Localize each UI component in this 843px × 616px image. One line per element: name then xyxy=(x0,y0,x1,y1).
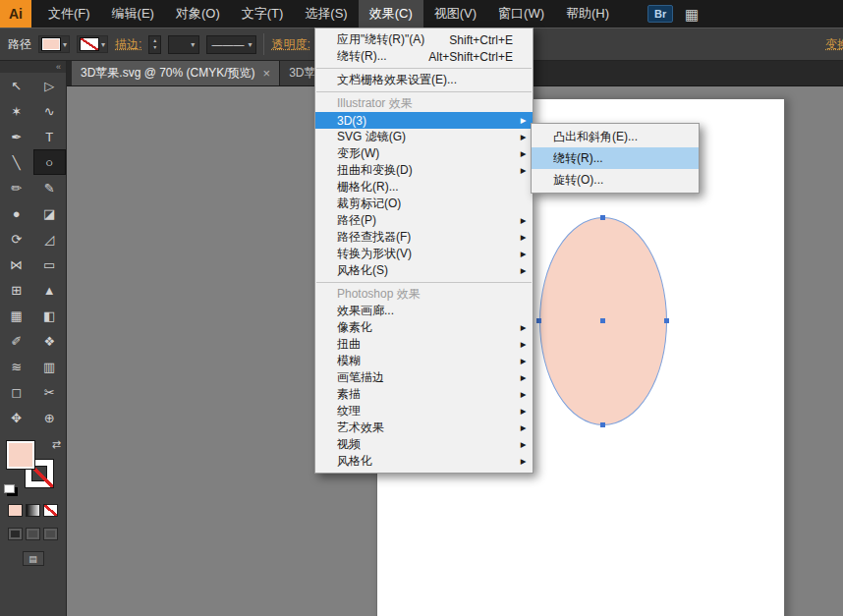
menubar-item[interactable]: 帮助(H) xyxy=(555,0,620,28)
draw-behind-button[interactable] xyxy=(26,528,40,540)
menu-item[interactable]: 纹理 ▶ xyxy=(315,403,533,420)
zoom-tool[interactable]: ⊕ xyxy=(33,405,67,430)
menubar-item[interactable]: 文字(T) xyxy=(231,0,295,28)
paint-style-buttons xyxy=(0,504,66,517)
lasso-tool[interactable]: ∿ xyxy=(33,98,67,124)
menu-item[interactable]: 素描 ▶ xyxy=(315,386,533,403)
column-graph-tool[interactable]: ▥ xyxy=(33,354,67,379)
artboard-tool[interactable]: ◻ xyxy=(0,379,33,405)
menu-item[interactable]: 凸出和斜角(E)... ▶ xyxy=(532,126,699,147)
anchor-point-left[interactable] xyxy=(536,318,541,323)
anchor-point-top[interactable] xyxy=(600,215,605,220)
draw-normal-button[interactable] xyxy=(8,528,23,540)
center-point[interactable] xyxy=(600,318,605,323)
gradient-tool[interactable]: ◧ xyxy=(33,303,67,328)
menubar-item[interactable]: 效果(C) xyxy=(359,0,423,28)
symbol-sprayer-tool[interactable]: ≋ xyxy=(0,354,33,379)
menubar-item[interactable]: 视图(V) xyxy=(423,0,487,28)
menu-section-header: Photoshop 效果 ▶ xyxy=(315,286,533,303)
menu-item[interactable]: 转换为形状(V) ▶ xyxy=(315,246,533,262)
rotate-tool[interactable]: ⟳ xyxy=(0,226,33,252)
slice-tool[interactable]: ✂ xyxy=(33,379,67,405)
menu-item[interactable]: 3D(3) ▶ xyxy=(315,112,533,129)
scale-tool[interactable]: ◿ xyxy=(33,226,67,252)
menu-item[interactable]: 风格化(S) ▶ xyxy=(315,262,533,279)
panel-collapse-icon[interactable]: « xyxy=(0,61,66,73)
line-segment-tool[interactable]: ╲ xyxy=(0,149,33,175)
transform-link[interactable]: 变换 xyxy=(825,36,843,53)
menu-item[interactable]: 文档栅格效果设置(E)... ▶ xyxy=(315,72,533,88)
magic-wand-tool[interactable]: ✶ xyxy=(0,98,33,124)
draw-inside-button[interactable] xyxy=(43,528,58,540)
tool-icon: ▦ xyxy=(11,308,23,323)
width-tool[interactable]: ⋈ xyxy=(0,252,33,277)
anchor-point-bottom[interactable] xyxy=(600,422,605,427)
menu-item[interactable]: 绕转(R)... ▶ xyxy=(532,147,699,169)
menu-item[interactable]: 旋转(O)... ▶ xyxy=(532,169,699,191)
tool-icon: ✶ xyxy=(11,104,22,119)
width-profile-select[interactable]: ——— ▾ xyxy=(206,35,256,54)
swap-fill-stroke-icon[interactable]: ⇄ xyxy=(52,438,61,451)
menubar-item[interactable]: 选择(S) xyxy=(294,0,358,28)
pencil-tool[interactable]: ✎ xyxy=(33,175,67,200)
fill-color-swatch[interactable]: ▾ xyxy=(38,35,70,53)
ellipse-tool[interactable]: ○ xyxy=(33,149,67,175)
menubar-item[interactable]: 对象(O) xyxy=(165,0,231,28)
selection-tool[interactable]: ↖ xyxy=(0,73,33,98)
bridge-button[interactable]: Br xyxy=(647,5,673,23)
menu-item[interactable]: 路径查找器(F) ▶ xyxy=(315,229,533,246)
menu-item[interactable]: 模糊 ▶ xyxy=(315,353,533,369)
stroke-width-stepper[interactable]: ▴ ▾ xyxy=(148,35,161,54)
opacity-link[interactable]: 透明度: xyxy=(271,36,309,53)
none-button[interactable] xyxy=(43,504,58,517)
stroke-width-select[interactable]: ▾ xyxy=(168,35,199,54)
menu-item[interactable]: 风格化 ▶ xyxy=(315,453,533,470)
menu-item[interactable]: 栅格化(R)... ▶ xyxy=(315,179,533,196)
eyedropper-tool[interactable]: ✐ xyxy=(0,328,33,354)
eraser-tool[interactable]: ◪ xyxy=(33,200,67,226)
document-tab[interactable]: 3D苹果.svg @ 70% (CMYK/预览) × xyxy=(72,61,280,85)
menu-item[interactable]: 效果画廊... ▶ xyxy=(315,303,533,319)
menu-item[interactable]: 视频 ▶ xyxy=(315,436,533,453)
menu-item[interactable]: 扭曲 ▶ xyxy=(315,336,533,353)
direct-selection-tool[interactable]: ▷ xyxy=(33,73,67,98)
tab-close-icon[interactable]: × xyxy=(263,67,271,80)
stroke-color-swatch[interactable]: ▾ xyxy=(77,35,108,53)
menu-item[interactable]: 裁剪标记(O) ▶ xyxy=(315,196,533,212)
shape-builder-tool[interactable]: ⊞ xyxy=(0,277,33,303)
menu-item[interactable]: 扭曲和变换(D) ▶ xyxy=(315,162,533,179)
anchor-point-right[interactable] xyxy=(664,318,669,323)
mesh-tool[interactable]: ▦ xyxy=(0,303,33,328)
blob-brush-tool[interactable]: ● xyxy=(0,200,33,226)
default-fill-stroke-icon[interactable] xyxy=(4,484,15,493)
menu-item[interactable]: 艺术效果 ▶ xyxy=(315,420,533,436)
gradient-button[interactable] xyxy=(26,504,40,517)
menu-item[interactable]: SVG 滤镜(G) ▶ xyxy=(315,129,533,145)
fill-swatch[interactable] xyxy=(6,440,35,470)
menu-item[interactable]: 绕转(R)... Alt+Shift+Ctrl+E ▶ xyxy=(315,48,533,65)
screen-mode-button[interactable]: ▤ xyxy=(23,551,44,566)
menu-item[interactable]: 路径(P) ▶ xyxy=(315,212,533,229)
submenu-arrow-icon: ▶ xyxy=(521,407,527,416)
menu-item[interactable]: 画笔描边 ▶ xyxy=(315,369,533,386)
workspace-switcher-icon[interactable]: ▦ xyxy=(685,7,699,22)
blend-tool[interactable]: ❖ xyxy=(33,328,67,354)
color-button[interactable] xyxy=(8,504,23,517)
free-transform-tool[interactable]: ▭ xyxy=(33,252,67,277)
menubar-item[interactable]: 编辑(E) xyxy=(101,0,165,28)
perspective-grid-tool[interactable]: ▲ xyxy=(33,277,67,303)
chevron-down-icon: ▾ xyxy=(63,40,67,49)
type-tool[interactable]: T xyxy=(33,124,67,149)
stepper-up-icon[interactable]: ▴ xyxy=(153,37,156,44)
menubar-item-label: 窗口(W) xyxy=(498,5,544,23)
stepper-down-icon[interactable]: ▾ xyxy=(153,44,156,51)
menubar-item[interactable]: 文件(F) xyxy=(37,0,101,28)
hand-tool[interactable]: ✥ xyxy=(0,405,33,430)
menu-item[interactable]: 像素化 ▶ xyxy=(315,319,533,336)
pen-tool[interactable]: ✒ xyxy=(0,124,33,149)
menubar-item[interactable]: 窗口(W) xyxy=(487,0,555,28)
stroke-link[interactable]: 描边: xyxy=(115,36,141,53)
paintbrush-tool[interactable]: ✏ xyxy=(0,175,33,200)
menu-item[interactable]: 变形(W) ▶ xyxy=(315,145,533,162)
menu-item[interactable]: 应用"绕转(R)"(A) Shift+Ctrl+E ▶ xyxy=(315,31,533,48)
